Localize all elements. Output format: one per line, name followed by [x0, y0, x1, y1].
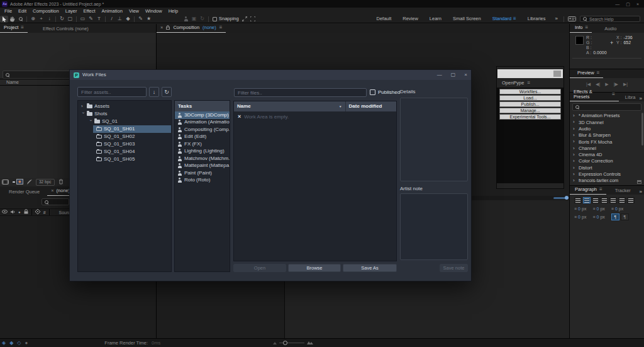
timeline-zoom-slider[interactable] — [279, 341, 304, 345]
panel-menu-icon[interactable]: ≡ — [612, 92, 615, 97]
tree-item-sq01-sh03[interactable]: SQ_01_SH03 — [78, 140, 171, 148]
zoom-out-mountain-icon[interactable] — [273, 342, 277, 344]
task-item[interactable]: Mattepaint (Mattepa... — [175, 162, 230, 170]
effects-category[interactable]: ›3D Channel — [573, 119, 644, 125]
openpype-workfiles-button[interactable]: Workfiles... — [499, 89, 561, 94]
panel-overflow-icon[interactable]: » — [640, 190, 644, 195]
openpype-load-button[interactable]: Load... — [499, 95, 561, 101]
effects-category[interactable]: ›francois-tarlier.com — [573, 178, 644, 184]
graph-editor-icon[interactable]: ◆ — [9, 341, 13, 346]
effects-category[interactable]: ›Boris FX Mocha — [573, 139, 644, 145]
effects-category[interactable]: ›Channel — [573, 145, 644, 151]
next-frame-icon[interactable]: |▶ — [614, 82, 618, 86]
menu-window[interactable]: Window — [142, 9, 165, 14]
window-minimize-icon[interactable]: — — [615, 2, 619, 6]
task-item[interactable]: Edit (Edit) — [175, 134, 230, 141]
tab-close-icon[interactable]: × — [160, 25, 163, 30]
task-item[interactable]: Matchmov (Matchm... — [175, 155, 230, 162]
first-frame-icon[interactable]: |◀ — [586, 82, 591, 86]
workspace-menu-icon[interactable]: ≡ — [513, 16, 516, 21]
tab-libraries[interactable]: Libra — [621, 93, 640, 102]
window-close-icon[interactable]: × — [636, 2, 639, 6]
effects-category[interactable]: ›Color Correction — [573, 158, 644, 164]
filter-assets-field[interactable] — [77, 87, 147, 97]
tab-project[interactable]: Project ≡ — [0, 23, 28, 33]
zoom-slider-handle[interactable] — [283, 341, 287, 345]
menu-view[interactable]: View — [126, 9, 142, 14]
panel-menu-icon[interactable]: ≡ — [219, 25, 223, 30]
justify-last-center-button[interactable] — [609, 197, 617, 203]
effects-scrollbar[interactable] — [641, 113, 643, 145]
effects-category[interactable]: ›Audio — [573, 126, 644, 132]
audio-icon[interactable] — [11, 210, 15, 215]
chevron-down-icon[interactable]: › — [80, 112, 86, 116]
bit-depth-button[interactable]: 32 bpc — [36, 179, 55, 186]
roto-brush-tool-icon[interactable]: ✎ — [136, 16, 145, 23]
video-visibility-icon[interactable] — [2, 210, 8, 215]
snapping-checkbox[interactable] — [213, 17, 217, 21]
save-note-button[interactable]: Save note — [440, 264, 468, 272]
task-item[interactable]: Animation (Animation) — [175, 119, 230, 127]
task-item[interactable]: 3DComp (3DComp) — [175, 111, 230, 119]
tab-openpype[interactable]: OpenPype — [502, 81, 524, 86]
panel-overflow-icon[interactable]: » — [640, 96, 644, 101]
expand-icon[interactable] — [249, 16, 257, 23]
tree-item-sq01-sh01[interactable]: SQ_01_SH01 — [93, 125, 171, 133]
rotation-tool-icon[interactable]: ↻ — [58, 16, 66, 23]
column-name[interactable]: Name ▼ — [234, 101, 345, 111]
help-search[interactable] — [580, 16, 640, 22]
open-button[interactable]: Open — [233, 264, 286, 272]
openpype-header-box[interactable] — [553, 71, 561, 77]
tab-tracker[interactable]: Tracker — [611, 186, 635, 195]
hand-tool-icon[interactable] — [8, 16, 16, 23]
pan-camera-tool-icon[interactable]: + — [37, 16, 45, 23]
chevron-right-icon[interactable]: › — [81, 104, 85, 109]
selection-tool-icon[interactable] — [0, 16, 8, 23]
draft-3d-icon[interactable]: ● — [25, 341, 28, 346]
browse-button[interactable]: Browse — [288, 264, 341, 272]
tab-render-queue[interactable]: Render Queue — [5, 188, 43, 196]
align-right-button[interactable] — [592, 197, 599, 203]
panel-menu-icon[interactable]: ≡ — [599, 187, 602, 192]
workspace-default[interactable]: Default — [371, 16, 397, 21]
effects-category[interactable]: ›Blur & Sharpen — [573, 132, 644, 139]
tab-paragraph[interactable]: Paragraph ≡ — [570, 185, 606, 195]
openpype-publish-button[interactable]: Publish... — [499, 101, 561, 107]
lock-icon[interactable] — [24, 209, 28, 215]
published-checkbox[interactable] — [370, 89, 375, 95]
tab-composition[interactable]: × Composition (none) ≡ — [157, 23, 226, 33]
text-direction-ltr-button[interactable]: ¶ — [611, 213, 619, 220]
filter-files-field[interactable] — [234, 88, 367, 97]
justify-last-left-button[interactable] — [601, 197, 608, 203]
tab-effects-presets[interactable]: Effects & Presets ≡ — [570, 88, 619, 101]
tree-item-sq01[interactable]: › SQ_01 — [78, 118, 171, 125]
workspace-overflow-icon[interactable]: » — [552, 16, 562, 21]
effects-category[interactable]: ›* Animation Presets — [573, 113, 644, 119]
panel-menu-icon[interactable]: ≡ — [586, 25, 589, 30]
snap-options-icon[interactable] — [241, 16, 249, 23]
panel-menu-icon[interactable]: ≡ — [597, 71, 600, 76]
align-left-button[interactable] — [574, 197, 582, 203]
chevron-down-icon[interactable]: › — [88, 120, 93, 123]
puppet-pin-tool-icon[interactable]: ★ — [145, 16, 153, 23]
tab-audio[interactable]: Audio — [601, 25, 620, 33]
tree-item-sq01-sh04[interactable]: SQ_01_SH04 — [78, 148, 171, 156]
menu-effect[interactable]: Effect — [80, 9, 98, 14]
project-settings-icon[interactable] — [27, 179, 32, 186]
menu-layer[interactable]: Layer — [62, 9, 80, 14]
save-as-button[interactable]: Save As — [343, 264, 397, 272]
justify-all-button[interactable] — [627, 197, 635, 203]
text-direction-rtl-button[interactable]: ¶ — [621, 213, 629, 220]
play-icon[interactable]: ▶ — [605, 82, 608, 86]
tab-effect-controls[interactable]: Effect Controls (none) — [39, 25, 92, 33]
help-search-input[interactable] — [589, 17, 637, 21]
align-center-button[interactable] — [583, 197, 591, 203]
workspace-small-screen[interactable]: Small Screen — [447, 16, 487, 21]
tree-item-shots[interactable]: › Shots — [78, 110, 171, 118]
zoom-tool-icon[interactable] — [16, 16, 25, 23]
workfiles-dialog-titlebar[interactable]: P Work Files — ▢ × — [70, 70, 471, 80]
zoom-in-mountains-icon[interactable] — [307, 341, 313, 344]
workspace-libraries[interactable]: Libraries — [522, 16, 552, 21]
tab-close-icon[interactable]: × — [51, 188, 53, 193]
openpype-experimental-tools-button[interactable]: Experimental Tools... — [499, 114, 561, 120]
